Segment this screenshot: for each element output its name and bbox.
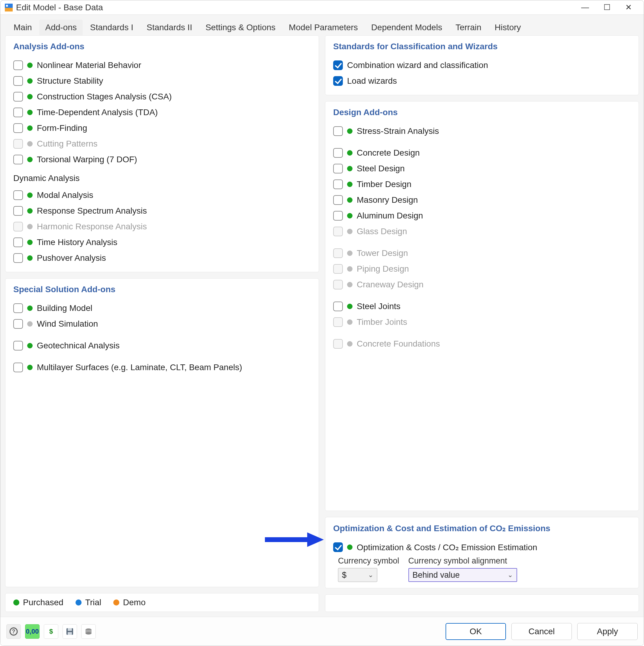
- addon-label: Combination wizard and classification: [347, 61, 488, 70]
- checkbox: [333, 264, 343, 274]
- checkbox[interactable]: [13, 108, 23, 117]
- status-dot-icon: [27, 78, 33, 84]
- save-button[interactable]: [62, 624, 77, 639]
- help-button[interactable]: ?: [6, 624, 21, 639]
- status-dot-icon: [347, 304, 353, 309]
- status-dot-icon: [347, 150, 353, 155]
- svg-rect-9: [68, 632, 72, 635]
- checkbox[interactable]: [13, 76, 23, 86]
- combination-wizard: Combination wizard and classification: [333, 58, 631, 73]
- checkbox[interactable]: [333, 164, 343, 174]
- svg-marker-4: [307, 532, 324, 547]
- addon-label: Time History Analysis: [37, 237, 118, 247]
- status-dot-icon: [347, 229, 353, 234]
- checkbox[interactable]: [13, 303, 23, 313]
- default-button[interactable]: [81, 624, 96, 639]
- status-dot-icon: [27, 193, 33, 198]
- app-icon: [5, 3, 13, 12]
- cancel-button[interactable]: Cancel: [511, 623, 572, 640]
- checkbox[interactable]: [13, 92, 23, 102]
- checkbox[interactable]: [333, 126, 343, 136]
- addon-label: Steel Design: [357, 164, 405, 174]
- analysis-addons-panel: Analysis Add-ons Nonlinear Material Beha…: [5, 35, 319, 272]
- checkbox[interactable]: [13, 123, 23, 133]
- addon-pushover: Pushover Analysis: [13, 250, 311, 266]
- addon-label: Piping Design: [357, 264, 409, 274]
- checkbox[interactable]: [333, 61, 343, 70]
- special-solution-title: Special Solution Add-ons: [13, 285, 311, 294]
- addon-label: Pushover Analysis: [37, 253, 106, 263]
- legend-dot-icon: [76, 600, 82, 606]
- window-title: Edit Model - Base Data: [16, 3, 103, 12]
- addon-label: Geotechnical Analysis: [37, 341, 120, 350]
- tab-settings-options[interactable]: Settings & Options: [200, 20, 281, 35]
- checkbox[interactable]: [13, 206, 23, 216]
- status-dot-icon: [347, 166, 353, 171]
- addon-concrete-design: Concrete Design: [333, 145, 631, 161]
- tab-addons[interactable]: Add-ons: [39, 20, 83, 35]
- addon-timber-design: Timber Design: [333, 177, 631, 192]
- addon-label: Wind Simulation: [37, 319, 98, 329]
- addon-label: Masonry Design: [357, 195, 418, 205]
- checkbox: [333, 280, 343, 290]
- addon-label: Building Model: [37, 303, 93, 313]
- highlight-arrow-icon: [262, 531, 325, 549]
- apply-button[interactable]: Apply: [577, 623, 638, 640]
- checkbox[interactable]: [333, 76, 343, 86]
- checkbox[interactable]: [13, 253, 23, 263]
- currency-button[interactable]: $: [44, 624, 58, 639]
- addon-label: Timber Design: [357, 180, 411, 189]
- checkbox[interactable]: [333, 302, 343, 311]
- close-button[interactable]: ✕: [618, 0, 639, 15]
- tab-main[interactable]: Main: [8, 20, 38, 35]
- tab-terrain[interactable]: Terrain: [449, 20, 488, 35]
- minimize-button[interactable]: —: [574, 0, 596, 15]
- checkbox[interactable]: [13, 319, 23, 329]
- addon-optimization-costs: Optimization & Costs / CO₂ Emission Esti…: [333, 539, 631, 555]
- addon-multilayer-surfaces: Multilayer Surfaces (e.g. Laminate, CLT,…: [13, 359, 311, 375]
- currency-symbol-select[interactable]: $ ⌄: [338, 568, 377, 582]
- tab-standards-2[interactable]: Standards II: [140, 20, 198, 35]
- addon-glass-design: Glass Design: [333, 224, 631, 239]
- addon-label: Stress-Strain Analysis: [357, 126, 439, 136]
- addon-craneway-design: Craneway Design: [333, 277, 631, 293]
- checkbox[interactable]: [333, 211, 343, 221]
- currency-alignment-field: Currency symbol alignment Behind value ⌄: [408, 556, 517, 582]
- currency-alignment-select[interactable]: Behind value ⌄: [408, 568, 517, 582]
- checkbox[interactable]: [13, 190, 23, 200]
- ok-button[interactable]: OK: [445, 623, 506, 640]
- checkbox[interactable]: [13, 237, 23, 247]
- addon-form-finding: Form-Finding: [13, 120, 311, 136]
- checkbox[interactable]: [13, 341, 23, 350]
- addon-steel-joints: Steel Joints: [333, 299, 631, 314]
- legend-purchased: Purchased: [13, 598, 63, 607]
- checkbox[interactable]: [13, 61, 23, 70]
- addon-label: Concrete Design: [357, 148, 420, 158]
- checkbox[interactable]: [333, 180, 343, 189]
- addon-label: Structure Stability: [37, 76, 103, 86]
- maximize-button[interactable]: ☐: [596, 0, 618, 15]
- checkbox[interactable]: [333, 542, 343, 552]
- design-addons-title: Design Add-ons: [333, 108, 631, 117]
- checkbox[interactable]: [333, 148, 343, 158]
- tab-standards-1[interactable]: Standards I: [84, 20, 139, 35]
- status-dot-icon: [27, 141, 33, 146]
- addon-label: Glass Design: [357, 227, 407, 236]
- addon-label: Craneway Design: [357, 280, 423, 290]
- addon-piping-design: Piping Design: [333, 261, 631, 277]
- tab-dependent-models[interactable]: Dependent Models: [365, 20, 448, 35]
- status-dot-icon: [27, 94, 33, 99]
- tab-model-parameters[interactable]: Model Parameters: [283, 20, 364, 35]
- content-area: Main Add-ons Standards I Standards II Se…: [0, 15, 644, 646]
- titlebar: Edit Model - Base Data — ☐ ✕: [0, 0, 644, 15]
- checkbox[interactable]: [13, 155, 23, 165]
- checkbox[interactable]: [333, 195, 343, 205]
- addon-stress-strain: Stress-Strain Analysis: [333, 123, 631, 139]
- right-column: Standards for Classification and Wizards…: [325, 35, 639, 612]
- units-button[interactable]: 0,00: [25, 624, 39, 639]
- addon-label: Harmonic Response Analysis: [37, 222, 147, 231]
- tab-history[interactable]: History: [489, 20, 527, 35]
- addon-harmonic-response: Harmonic Response Analysis: [13, 219, 311, 234]
- tabbar: Main Add-ons Standards I Standards II Se…: [5, 20, 639, 35]
- checkbox[interactable]: [13, 362, 23, 372]
